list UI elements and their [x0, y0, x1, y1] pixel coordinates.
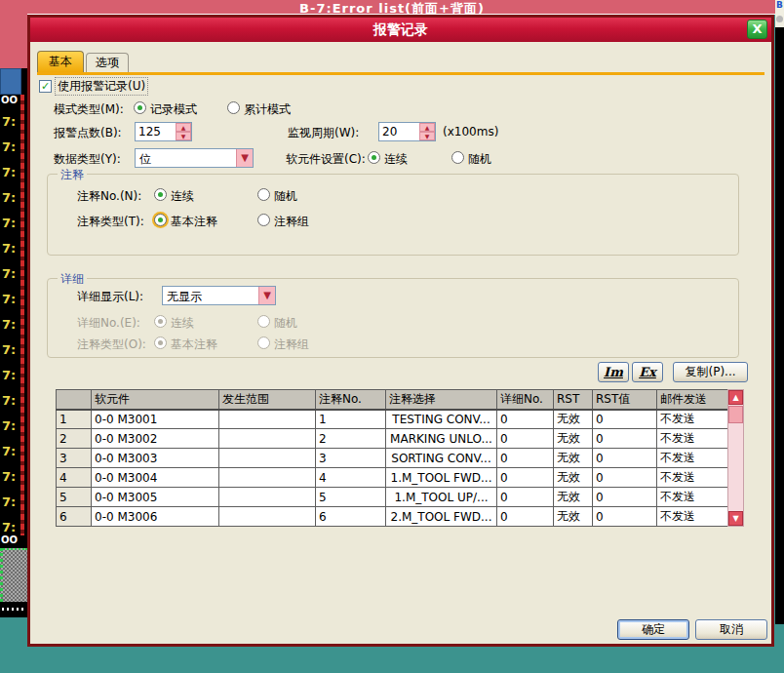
mode-type-cumulative-label[interactable]: 累计模式 — [244, 101, 291, 118]
alarm-points-down-icon[interactable]: ▼ — [176, 132, 191, 140]
comment-no-radio-continuous[interactable] — [154, 188, 167, 201]
alarm-points-value[interactable]: 125 — [138, 125, 161, 139]
device-setting-continuous-label[interactable]: 连续 — [384, 151, 408, 168]
cell-rst-value[interactable]: 0 — [593, 488, 657, 507]
alarm-points-up-icon[interactable]: ▲ — [176, 123, 191, 132]
cell-mail[interactable]: 不发送 — [657, 468, 728, 488]
cell-detail-no[interactable]: 0 — [497, 507, 554, 527]
dialog-titlebar[interactable]: 报警记录 X — [30, 18, 771, 42]
cell-detail-no[interactable]: 0 — [497, 410, 554, 429]
cell-rst-value[interactable]: 0 — [593, 468, 657, 488]
cell-rst-value[interactable]: 0 — [593, 429, 657, 449]
cell-detail-no[interactable]: 0 — [497, 468, 554, 488]
cell-comment-no[interactable]: 4 — [316, 468, 386, 488]
comment-type-radio-basic[interactable] — [154, 214, 167, 226]
cell-rst-value[interactable]: 0 — [593, 449, 657, 468]
cell-range[interactable] — [219, 507, 316, 527]
device-setting-radio-continuous[interactable] — [368, 151, 380, 164]
export-button[interactable]: Ex — [632, 362, 663, 382]
import-button[interactable]: Im — [598, 362, 629, 382]
comment-type-radio-group[interactable] — [257, 214, 270, 226]
comment-type-basic-label[interactable]: 基本注释 — [171, 214, 217, 230]
alarm-table: 软元件 发生范围 注释No. 注释选择 详细No. RST RST值 邮件发送 … — [56, 389, 728, 527]
cell-mail[interactable]: 不发送 — [657, 488, 728, 507]
watch-cycle-unit: (x100ms) — [443, 125, 498, 139]
cell-detail-no[interactable]: 0 — [497, 488, 554, 507]
cell-range[interactable] — [219, 449, 316, 468]
scrollbar-thumb[interactable] — [728, 406, 743, 423]
cell-device[interactable]: 0-0 M3002 — [92, 429, 219, 449]
mode-type-radio-record[interactable] — [134, 101, 146, 114]
table-scrollbar[interactable]: ▲ ▼ — [727, 389, 744, 527]
cell-range[interactable] — [219, 488, 316, 507]
cell-comment-select[interactable]: MARKING UNLO... — [386, 429, 497, 449]
use-alarm-record-label[interactable]: 使用报警记录(U) — [56, 78, 147, 95]
cell-comment-select[interactable]: 1.M_TOOL UP/... — [386, 488, 497, 507]
table-row: 2 0-0 M3002 2 MARKING UNLO... 0 无效 0 不发送 — [57, 429, 728, 449]
cell-device[interactable]: 0-0 M3003 — [92, 449, 219, 468]
cell-comment-no[interactable]: 1 — [316, 410, 386, 429]
cell-range[interactable] — [219, 429, 316, 449]
cell-device[interactable]: 0-0 M3004 — [92, 468, 219, 488]
data-type-dropdown-icon[interactable]: ▼ — [236, 149, 253, 167]
cell-mail[interactable]: 不发送 — [657, 507, 728, 527]
copy-button[interactable]: 复制(P)... — [673, 362, 748, 382]
cell-rst[interactable]: 无效 — [554, 449, 593, 468]
cell-rst[interactable]: 无效 — [554, 410, 593, 429]
cell-rst[interactable]: 无效 — [554, 488, 593, 507]
device-setting-radio-random[interactable] — [451, 151, 464, 164]
detail-display-dropdown-icon[interactable]: ▼ — [258, 287, 275, 304]
cell-rst[interactable]: 无效 — [554, 468, 593, 488]
data-type-value: 位 — [139, 151, 151, 168]
close-icon[interactable]: X — [747, 20, 767, 39]
tab-options[interactable]: 选项 — [86, 53, 129, 72]
row-index: 2 — [57, 429, 92, 449]
cell-comment-no[interactable]: 3 — [316, 449, 386, 468]
cell-comment-no[interactable]: 6 — [316, 507, 386, 527]
cell-detail-no[interactable]: 0 — [497, 449, 554, 468]
mode-type-radio-cumulative[interactable] — [227, 101, 240, 114]
cell-device[interactable]: 0-0 M3006 — [92, 507, 219, 527]
cell-range[interactable] — [219, 410, 316, 429]
alarm-points-stepper[interactable]: 125 ▲ ▼ — [135, 122, 192, 141]
ok-button[interactable]: 确定 — [617, 619, 689, 640]
scrollbar-up-icon[interactable]: ▲ — [728, 390, 743, 405]
detail-display-select[interactable]: 无显示 ▼ — [162, 286, 276, 305]
cell-comment-select[interactable]: SORTING CONV... — [386, 449, 497, 468]
cell-mail[interactable]: 不发送 — [657, 410, 728, 429]
watch-cycle-down-icon[interactable]: ▼ — [419, 132, 435, 140]
cell-rst[interactable]: 无效 — [554, 507, 593, 527]
tab-basic[interactable]: 基本 — [37, 51, 84, 72]
cell-rst[interactable]: 无效 — [554, 429, 593, 449]
watch-cycle-up-icon[interactable]: ▲ — [419, 123, 435, 132]
cell-device[interactable]: 0-0 M3001 — [92, 410, 219, 429]
device-setting-random-label[interactable]: 随机 — [468, 151, 491, 168]
data-type-select[interactable]: 位 ▼ — [135, 148, 254, 168]
watch-cycle-value[interactable]: 20 — [382, 125, 397, 139]
cell-mail[interactable]: 不发送 — [657, 449, 728, 468]
cell-comment-select[interactable]: TESTING CONV... — [386, 410, 497, 429]
comment-type-group-label[interactable]: 注释组 — [274, 214, 309, 230]
cell-comment-no[interactable]: 2 — [316, 429, 386, 449]
cell-device[interactable]: 0-0 M3005 — [92, 488, 219, 507]
mode-type-record-label[interactable]: 记录模式 — [150, 101, 197, 118]
cell-rst-value[interactable]: 0 — [593, 507, 657, 527]
cell-rst-value[interactable]: 0 — [593, 410, 657, 429]
left-strip-blue-block — [0, 68, 21, 95]
cell-detail-no[interactable]: 0 — [497, 429, 554, 449]
cell-comment-no[interactable]: 5 — [316, 488, 386, 507]
table-row: 4 0-0 M3004 4 1.M_TOOL FWD... 0 无效 0 不发送 — [57, 468, 728, 488]
cell-comment-select[interactable]: 1.M_TOOL FWD... — [386, 468, 497, 488]
comment-no-continuous-label[interactable]: 连续 — [171, 188, 194, 205]
cell-comment-select[interactable]: 2.M_TOOL FWD... — [386, 507, 497, 527]
cell-range[interactable] — [219, 468, 316, 488]
use-alarm-record-checkbox[interactable]: ✓ — [39, 80, 52, 93]
cancel-button[interactable]: 取消 — [695, 619, 767, 640]
table-row: 3 0-0 M3003 3 SORTING CONV... 0 无效 0 不发送 — [57, 449, 728, 468]
comment-no-random-label[interactable]: 随机 — [274, 188, 297, 205]
watch-cycle-stepper[interactable]: 20 ▲ ▼ — [378, 122, 436, 141]
comment-no-radio-random[interactable] — [257, 188, 270, 201]
row-index: 6 — [57, 507, 92, 527]
scrollbar-down-icon[interactable]: ▼ — [728, 511, 743, 526]
cell-mail[interactable]: 不发送 — [657, 429, 728, 449]
